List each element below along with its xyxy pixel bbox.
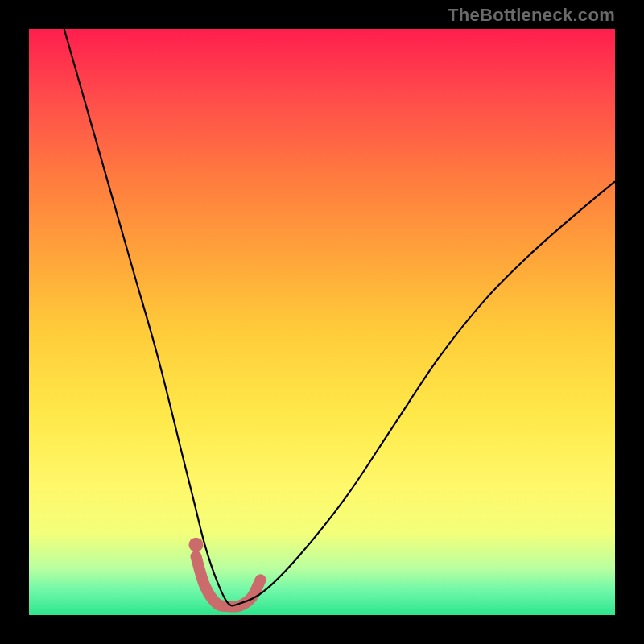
bottleneck-curve — [64, 29, 615, 605]
highlight-marker — [188, 538, 203, 552]
curve-layer — [0, 0, 644, 644]
chart-frame: TheBottleneck.com — [0, 0, 644, 644]
